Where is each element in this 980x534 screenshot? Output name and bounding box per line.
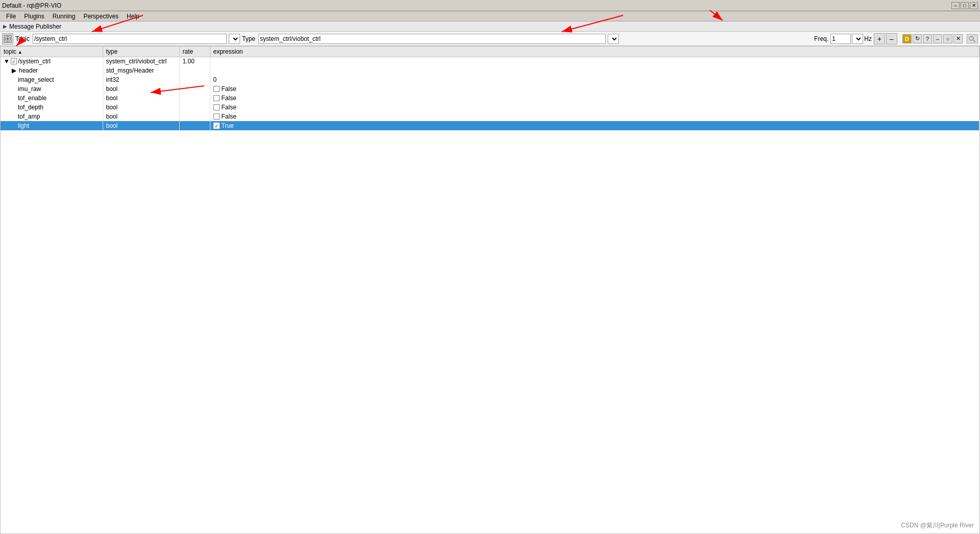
svg-point-2 [969, 36, 973, 40]
title-text: Default - rqt@PR-VIO [2, 2, 61, 9]
type-cell: system_ctrl/viobot_ctrl [103, 57, 179, 66]
d-button[interactable]: D [902, 34, 912, 43]
topic-cell: tof_enable [1, 94, 103, 103]
freq-input[interactable] [830, 34, 851, 44]
maximize-button[interactable]: □ [961, 2, 969, 9]
type-cell: bool [103, 94, 179, 103]
expr-checkbox[interactable] [213, 113, 220, 120]
watermark: CSDN @紫川|Purple River [901, 521, 974, 530]
topic-cell: tof_depth [1, 103, 103, 112]
refresh-button[interactable]: ↻ [913, 34, 922, 43]
freq-unit-dropdown[interactable]: ▼ [852, 34, 863, 44]
menu-running[interactable]: Running [49, 12, 80, 21]
topic-name: image_select [18, 76, 54, 83]
plus-button[interactable]: + [874, 33, 885, 44]
minimize-button[interactable]: – [951, 2, 960, 9]
expr-checkbox[interactable] [213, 104, 220, 110]
type-cell: std_msgs/Header [103, 66, 179, 75]
table-row[interactable]: tof_amp bool False [1, 112, 979, 121]
type-cell: bool [103, 121, 179, 130]
type-cell: bool [103, 112, 179, 121]
topic-cell: ▶ header [1, 66, 103, 75]
expression-cell: False [210, 103, 979, 112]
topic-name: /system_ctrl [18, 58, 51, 65]
svg-line-3 [973, 40, 975, 42]
plugin-expand-icon[interactable]: ▶ [3, 24, 7, 29]
type-input[interactable] [258, 34, 606, 44]
topic-cell: light [1, 121, 103, 130]
expr-value: False [222, 95, 236, 102]
topic-name: tof_enable [18, 95, 46, 102]
col-expression[interactable]: expression [210, 47, 979, 57]
table-body: ▼ /system_ctrl system_ctrl/viobot_ctrl 1… [1, 57, 979, 130]
minus-button[interactable]: – [886, 33, 897, 44]
type-cell: bool [103, 84, 179, 94]
close-button[interactable]: ✕ [970, 2, 978, 9]
float-minimize-button[interactable]: – [933, 34, 942, 43]
table-row[interactable]: ▼ /system_ctrl system_ctrl/viobot_ctrl 1… [1, 57, 979, 66]
expr-value: True [222, 122, 234, 129]
topic-label: Topic [15, 35, 30, 42]
table-row[interactable]: tof_enable bool False [1, 94, 979, 103]
expression-cell: True [210, 121, 979, 130]
topic-input[interactable] [33, 34, 227, 44]
tree-toggle-icon[interactable]: ▶ [12, 67, 18, 74]
rate-cell [179, 121, 210, 130]
table-row[interactable]: light bool True [1, 121, 979, 130]
menu-help[interactable]: Help [123, 12, 144, 21]
expression-cell: False [210, 94, 979, 103]
row-checkbox[interactable] [11, 58, 17, 64]
type-dropdown[interactable]: ▼ [608, 34, 619, 44]
topic-name: imu_raw [18, 85, 41, 92]
tree-toggle-icon[interactable]: ▼ [4, 58, 10, 65]
menubar: File Plugins Running Perspectives Help [0, 11, 980, 21]
float-o-button[interactable]: ○ [943, 34, 952, 43]
expr-value: False [222, 104, 236, 111]
table-container: topic type rate expression ▼ [0, 46, 980, 534]
menu-file[interactable]: File [2, 12, 20, 21]
type-label: Type [242, 35, 255, 42]
help-button[interactable]: ? [923, 34, 932, 43]
type-cell: int32 [103, 75, 179, 84]
expr-checkbox[interactable] [213, 86, 220, 92]
menu-perspectives[interactable]: Perspectives [79, 12, 123, 21]
topic-cell: ▼ /system_ctrl [1, 57, 103, 66]
toolbar: Topic ▼ Type ▼ Freq. ▼ Hz + – D ↻ ? – ○ … [0, 32, 980, 46]
float-close-button[interactable]: ✕ [953, 34, 963, 43]
topic-cell: image_select [1, 75, 103, 84]
type-cell: bool [103, 103, 179, 112]
expression-cell [210, 66, 979, 75]
rate-cell: 1.00 [179, 57, 210, 66]
plugin-header: ▶ Message Publisher [0, 21, 980, 32]
rate-cell [179, 112, 210, 121]
expr-value: False [222, 85, 236, 92]
table-row[interactable]: image_select int32 0 [1, 75, 979, 84]
top-right-controls: Freq. ▼ Hz + – D ↻ ? – ○ ✕ [814, 33, 978, 44]
table-header-row: topic type rate expression [1, 47, 979, 57]
expression-cell [210, 57, 979, 66]
message-table: topic type rate expression ▼ [1, 47, 979, 130]
table-row[interactable]: tof_depth bool False [1, 103, 979, 112]
table-row[interactable]: imu_raw bool False [1, 84, 979, 94]
expr-checkbox[interactable] [213, 95, 220, 101]
col-topic[interactable]: topic [1, 47, 103, 57]
key-button[interactable] [967, 34, 978, 43]
rate-cell [179, 103, 210, 112]
col-rate[interactable]: rate [179, 47, 210, 57]
menu-plugins[interactable]: Plugins [20, 12, 48, 21]
titlebar-controls: – □ ✕ [951, 2, 978, 9]
freq-label: Freq. [814, 35, 828, 42]
rate-cell [179, 84, 210, 94]
expression-cell: False [210, 84, 979, 94]
topic-add-icon[interactable] [2, 33, 13, 44]
expr-checkbox[interactable] [213, 123, 220, 129]
topic-cell: tof_amp [1, 112, 103, 121]
col-type[interactable]: type [103, 47, 179, 57]
rate-cell [179, 94, 210, 103]
expression-cell: False [210, 112, 979, 121]
topic-dropdown[interactable]: ▼ [229, 34, 240, 44]
topic-name: header [19, 67, 38, 74]
topic-name: light [18, 122, 29, 129]
topic-name: tof_amp [18, 113, 40, 120]
table-row[interactable]: ▶ header std_msgs/Header [1, 66, 979, 75]
